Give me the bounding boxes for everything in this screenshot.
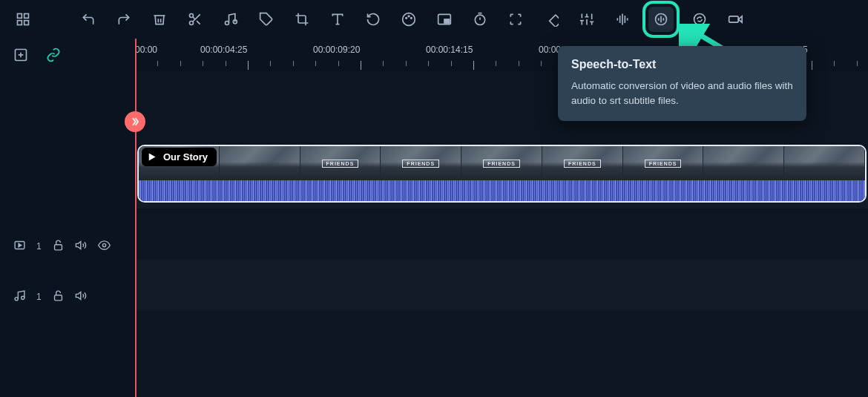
redo-icon[interactable] — [114, 10, 134, 29]
diamond-icon[interactable] — [542, 10, 561, 29]
palette-icon[interactable] — [399, 10, 418, 29]
svg-marker-57 — [149, 154, 156, 161]
clip-waveform — [139, 180, 865, 201]
thumb-label: FRIENDS — [564, 160, 601, 168]
razor-note-icon[interactable] — [221, 10, 240, 29]
svg-point-16 — [408, 16, 410, 17]
timer-icon[interactable] — [470, 10, 490, 29]
svg-rect-43 — [729, 16, 739, 22]
trash-icon[interactable] — [150, 10, 169, 29]
svg-rect-50 — [54, 245, 62, 250]
empty-track — [135, 311, 868, 397]
playhead-handle[interactable] — [125, 111, 145, 132]
audio-bars-icon[interactable] — [613, 10, 632, 29]
svg-marker-51 — [76, 242, 80, 249]
sync-icon[interactable] — [690, 10, 709, 29]
video-track-number: 1 — [36, 241, 42, 252]
thumb-label: FRIENDS — [483, 160, 520, 168]
svg-point-42 — [694, 14, 706, 25]
undo-icon[interactable] — [79, 10, 98, 29]
crop-icon[interactable] — [292, 10, 312, 29]
svg-rect-19 — [444, 19, 450, 23]
speaker-icon[interactable] — [75, 239, 88, 254]
svg-point-54 — [22, 296, 24, 299]
tooltip-desc: Automatic conversion of video and audio … — [571, 79, 793, 108]
time-label: 00:00:09:20 — [313, 45, 360, 55]
svg-point-5 — [190, 22, 194, 25]
svg-marker-56 — [76, 292, 80, 300]
svg-point-53 — [15, 298, 18, 301]
scissors-icon[interactable] — [185, 10, 205, 29]
thumb-label: FRIENDS — [322, 160, 359, 168]
speech-to-text-tooltip: Speech-to-Text Automatic conversion of v… — [558, 46, 806, 121]
svg-point-9 — [226, 22, 229, 25]
svg-rect-2 — [18, 21, 22, 25]
grid-icon[interactable] — [13, 10, 33, 29]
svg-point-4 — [190, 14, 194, 18]
video-track-controls: 1 — [13, 239, 111, 254]
left-panel-top — [13, 47, 61, 65]
pip-icon[interactable] — [435, 10, 454, 29]
time-label: 00:00:14:15 — [426, 45, 473, 55]
svg-point-15 — [406, 18, 407, 19]
crop-frame-icon[interactable] — [506, 10, 525, 29]
svg-rect-1 — [24, 14, 29, 19]
clip-header: Our Story — [142, 148, 217, 166]
playhead-line[interactable] — [135, 39, 137, 397]
svg-point-17 — [411, 18, 412, 19]
music-track-icon[interactable] — [13, 289, 26, 304]
svg-rect-23 — [550, 15, 559, 27]
svg-marker-49 — [19, 243, 22, 246]
svg-point-52 — [102, 243, 105, 246]
svg-rect-3 — [24, 21, 29, 25]
audio-track-controls: 1 — [13, 289, 88, 304]
svg-line-8 — [193, 17, 195, 19]
sliders-icon[interactable] — [577, 10, 596, 29]
link-icon[interactable] — [46, 47, 61, 65]
add-track-icon[interactable] — [13, 47, 28, 65]
toolbar — [0, 0, 868, 39]
lock-icon[interactable] — [52, 289, 65, 304]
eye-icon[interactable] — [98, 239, 111, 254]
speech-to-text-icon[interactable] — [648, 7, 674, 32]
tag-icon[interactable] — [257, 10, 276, 29]
audio-track-number: 1 — [36, 292, 42, 302]
video-clip[interactable]: FRIENDS FRIENDS FRIENDS FRIENDS FRIENDS … — [137, 145, 867, 203]
video-track-icon[interactable] — [13, 239, 26, 254]
svg-rect-55 — [54, 295, 62, 301]
clip-thumbnails: FRIENDS FRIENDS FRIENDS FRIENDS FRIENDS — [139, 146, 865, 180]
video-row-area — [135, 209, 868, 259]
rotate-icon[interactable] — [364, 10, 383, 29]
camera-icon[interactable] — [726, 10, 745, 29]
speaker-icon[interactable] — [75, 289, 88, 304]
text-icon[interactable] — [328, 10, 347, 29]
svg-rect-0 — [18, 14, 22, 19]
svg-point-14 — [403, 13, 415, 26]
thumb-label: FRIENDS — [402, 160, 439, 168]
time-label: 00:00:04:25 — [200, 45, 247, 55]
clip-title: Our Story — [163, 151, 208, 163]
svg-line-7 — [197, 21, 200, 24]
thumb-label: FRIENDS — [645, 160, 682, 168]
time-label: 00:00 — [135, 45, 157, 55]
audio-track-bg[interactable] — [135, 259, 868, 311]
lock-icon[interactable] — [52, 239, 65, 254]
tooltip-title: Speech-to-Text — [571, 58, 793, 71]
